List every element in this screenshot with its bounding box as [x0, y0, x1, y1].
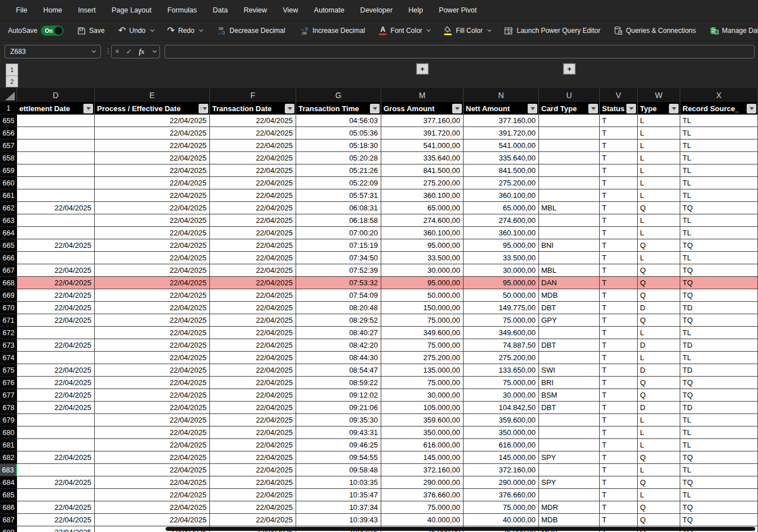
- enter-icon[interactable]: ✓: [126, 48, 132, 56]
- row-number-684[interactable]: 684: [0, 476, 17, 489]
- cell-F680[interactable]: 22/04/2025: [210, 427, 296, 439]
- cell-M679[interactable]: 359.600,00: [381, 414, 464, 427]
- cell-N670[interactable]: 149.775,00: [464, 302, 539, 314]
- cell-W670[interactable]: D: [638, 302, 680, 314]
- save-button[interactable]: Save: [77, 23, 104, 39]
- cell-V663[interactable]: T: [600, 214, 638, 227]
- cell-V656[interactable]: T: [600, 127, 638, 140]
- formula-input[interactable]: [165, 45, 755, 58]
- cell-N656[interactable]: 391.720,00: [464, 127, 539, 140]
- cell-V683[interactable]: T: [600, 464, 638, 476]
- cell-E666[interactable]: 22/04/2025: [95, 252, 210, 264]
- cell-D656[interactable]: [17, 127, 95, 140]
- cell-D674[interactable]: [17, 352, 95, 364]
- cell-X673[interactable]: TD: [680, 339, 758, 352]
- outline-expand-button-1[interactable]: +: [416, 64, 428, 74]
- cell-F677[interactable]: 22/04/2025: [210, 389, 296, 402]
- cell-X666[interactable]: TL: [680, 252, 758, 264]
- menu-item-power-pivot[interactable]: Power Pivot: [431, 0, 485, 20]
- cell-V661[interactable]: T: [600, 189, 638, 202]
- cell-F655[interactable]: 22/04/2025: [210, 115, 296, 127]
- cell-E687[interactable]: 22/04/2025: [95, 514, 210, 526]
- cell-U660[interactable]: [539, 177, 600, 189]
- cell-D679[interactable]: [17, 414, 95, 427]
- cell-E659[interactable]: 22/04/2025: [95, 164, 210, 177]
- cell-X664[interactable]: TL: [680, 227, 758, 239]
- cell-E665[interactable]: 22/04/2025: [95, 239, 210, 252]
- column-letter-V[interactable]: V: [600, 88, 638, 102]
- cell-N684[interactable]: 290.000,00: [464, 476, 539, 489]
- cell-N677[interactable]: 30.000,00: [464, 389, 539, 402]
- cell-U669[interactable]: MDB: [539, 289, 600, 302]
- cell-X678[interactable]: TD: [680, 402, 758, 414]
- cell-U682[interactable]: SPY: [539, 451, 600, 464]
- cell-N672[interactable]: 349.600,00: [464, 327, 539, 339]
- cell-G669[interactable]: 07:54:09: [296, 289, 381, 302]
- menu-item-page-layout[interactable]: Page Layout: [104, 0, 159, 20]
- cell-V664[interactable]: T: [600, 227, 638, 239]
- cell-F658[interactable]: 22/04/2025: [210, 152, 296, 164]
- cell-D669[interactable]: 22/04/2025: [17, 289, 95, 302]
- cell-M657[interactable]: 541.000,00: [381, 140, 464, 152]
- cell-F669[interactable]: 22/04/2025: [210, 289, 296, 302]
- cell-V657[interactable]: T: [600, 140, 638, 152]
- cell-D661[interactable]: [17, 189, 95, 202]
- row-number-668[interactable]: 668: [0, 277, 17, 289]
- cell-V674[interactable]: T: [600, 352, 638, 364]
- filter-button-G[interactable]: [370, 104, 380, 113]
- cell-E681[interactable]: 22/04/2025: [95, 439, 210, 451]
- cell-G664[interactable]: 07:00:20: [296, 227, 381, 239]
- cell-E685[interactable]: 22/04/2025: [95, 489, 210, 501]
- row-number-657[interactable]: 657: [0, 140, 17, 152]
- cell-V667[interactable]: T: [600, 264, 638, 277]
- font-color-button[interactable]: A Font Color: [378, 23, 430, 39]
- cell-F667[interactable]: 22/04/2025: [210, 264, 296, 277]
- filter-button-N[interactable]: [528, 104, 537, 113]
- cell-M687[interactable]: 40.000,00: [381, 514, 464, 526]
- cell-U680[interactable]: [539, 427, 600, 439]
- cell-X674[interactable]: TL: [680, 352, 758, 364]
- cell-V682[interactable]: T: [600, 451, 638, 464]
- cell-W683[interactable]: L: [638, 464, 680, 476]
- column-letter-M[interactable]: M: [381, 88, 464, 102]
- cell-W680[interactable]: L: [638, 427, 680, 439]
- cell-U668[interactable]: DAN: [539, 277, 600, 289]
- cell-G680[interactable]: 09:43:31: [296, 427, 381, 439]
- fill-color-button[interactable]: Fill Color: [444, 23, 490, 39]
- cell-D660[interactable]: [17, 177, 95, 189]
- cell-F659[interactable]: 22/04/2025: [210, 164, 296, 177]
- cell-U672[interactable]: [539, 327, 600, 339]
- manage-data-model-button[interactable]: Manage Data Model: [710, 23, 758, 39]
- cell-D676[interactable]: 22/04/2025: [17, 377, 95, 389]
- undo-button[interactable]: ↶ Undo: [118, 23, 153, 39]
- cell-W666[interactable]: L: [638, 252, 680, 264]
- cell-M663[interactable]: 274.600,00: [381, 214, 464, 227]
- header-cell-M[interactable]: Gross Amount: [381, 102, 464, 115]
- cell-V684[interactable]: T: [600, 476, 638, 489]
- cell-F671[interactable]: 22/04/2025: [210, 314, 296, 327]
- cell-E676[interactable]: 22/04/2025: [95, 377, 210, 389]
- header-cell-X[interactable]: Record Source_: [680, 102, 758, 115]
- cell-X659[interactable]: TL: [680, 164, 758, 177]
- cell-E657[interactable]: 22/04/2025: [95, 140, 210, 152]
- cell-X680[interactable]: TL: [680, 427, 758, 439]
- cell-G674[interactable]: 08:44:30: [296, 352, 381, 364]
- cell-U667[interactable]: MBL: [539, 264, 600, 277]
- cell-G677[interactable]: 09:12:02: [296, 389, 381, 402]
- cell-U683[interactable]: [539, 464, 600, 476]
- cell-F673[interactable]: 22/04/2025: [210, 339, 296, 352]
- menu-item-formulas[interactable]: Formulas: [159, 0, 205, 20]
- cell-V677[interactable]: T: [600, 389, 638, 402]
- cell-W668[interactable]: Q: [638, 277, 680, 289]
- cell-E683[interactable]: 22/04/2025: [95, 464, 210, 476]
- cell-F675[interactable]: 22/04/2025: [210, 364, 296, 377]
- cell-W686[interactable]: Q: [638, 501, 680, 514]
- cell-W676[interactable]: Q: [638, 377, 680, 389]
- filter-button-D[interactable]: [83, 104, 93, 113]
- row-number-664[interactable]: 664: [0, 227, 17, 239]
- cell-U674[interactable]: [539, 352, 600, 364]
- cell-M671[interactable]: 75.000,00: [381, 314, 464, 327]
- cell-M662[interactable]: 65.000,00: [381, 202, 464, 214]
- cell-U677[interactable]: BSM: [539, 389, 600, 402]
- row-number-660[interactable]: 660: [0, 177, 17, 189]
